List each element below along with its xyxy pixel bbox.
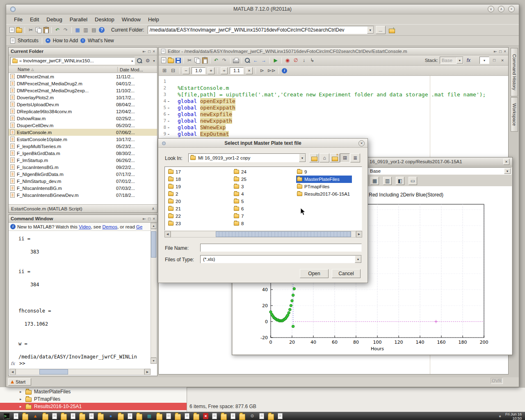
folder-icon[interactable] xyxy=(156,414,162,420)
undo-icon[interactable]: ↶ xyxy=(213,57,219,64)
undock-icon[interactable] xyxy=(148,217,151,221)
dialog-scrollbar-thumb[interactable] xyxy=(216,231,351,237)
DpertsUploadDev.m[interactable]: DpertsUploadDev.m 08/04/2... xyxy=(9,101,157,108)
search-icon[interactable] xyxy=(137,58,143,64)
save-icon[interactable] xyxy=(176,58,181,63)
dialog-titlebar[interactable]: Select input Master Plate text file xyxy=(158,139,368,148)
scroll-up-icon[interactable]: ▲ xyxy=(151,223,157,229)
paste-icon[interactable] xyxy=(202,57,208,64)
look-in-combobox[interactable]: MI 16_0919_yor1-2 copy xyxy=(188,153,306,162)
folder-item[interactable]: 24 xyxy=(233,168,249,176)
system-tray-icon[interactable]: ● xyxy=(497,413,503,419)
command-window-header[interactable]: Command Window xyxy=(9,215,157,223)
stack-caret-icon[interactable] xyxy=(457,57,463,64)
DMPexcel2mat_MediaDrug2.m[interactable]: DMPexcel2mat_MediaDrug2.m 04/01/2... xyxy=(9,80,157,87)
shortcut-whats-new[interactable]: What's New xyxy=(88,38,114,43)
redo-icon[interactable]: ↷ xyxy=(221,57,228,64)
folder-item[interactable]: 18 xyxy=(167,176,183,183)
demos-link[interactable]: Demos xyxy=(103,224,117,229)
table-view-icon[interactable]: ▦ xyxy=(370,177,379,185)
print-icon[interactable] xyxy=(233,59,239,63)
eval-cell-icon[interactable]: ⊳ xyxy=(259,67,265,74)
DReplicate96to384conv.m[interactable]: DReplicate96to384conv.m 12/04/2... xyxy=(9,108,157,115)
dock-icon[interactable] xyxy=(143,217,146,221)
menu-item[interactable]: Window xyxy=(118,15,144,24)
cut-icon[interactable]: ✂ xyxy=(27,27,34,33)
breadcrumb-prefix[interactable]: « xyxy=(19,58,22,63)
tree-row[interactable]: Results2016-10-25A1 xyxy=(0,403,187,410)
close-icon[interactable] xyxy=(358,140,365,146)
EstartConsole10plate.m[interactable]: EstartConsole10plate.m 10/17/2... xyxy=(9,136,157,143)
horizontal-scrollbar-thumb[interactable] xyxy=(39,369,68,374)
taskbar-clock[interactable]: ● Fri Jun 16 10:50 xyxy=(497,412,522,420)
document-icon[interactable] xyxy=(185,413,189,419)
insert-function-icon[interactable]: fx xyxy=(467,57,470,63)
collapse-details-icon[interactable] xyxy=(152,206,155,211)
multiply-value-button[interactable]: × xyxy=(246,67,253,74)
undo-icon[interactable]: ↶ xyxy=(54,27,61,33)
copy-icon[interactable] xyxy=(36,27,42,33)
shortcut-how-to-add[interactable]: How to Add xyxy=(53,38,78,43)
folder-item[interactable]: MasterPlateFiles xyxy=(296,176,352,183)
column-name[interactable]: Name xyxy=(9,67,30,72)
redo-icon[interactable]: ↷ xyxy=(62,27,69,33)
browse-folder-button[interactable]: ... xyxy=(376,26,386,34)
undock-icon[interactable] xyxy=(499,49,502,54)
step-in-icon[interactable]: ↳ xyxy=(309,57,315,64)
folder-item[interactable]: 6 xyxy=(233,205,249,212)
tiles-view-icon[interactable]: ⊞ xyxy=(340,153,350,162)
type-caret-icon[interactable] xyxy=(355,256,361,263)
profiler-icon[interactable]: ▤ xyxy=(91,27,97,33)
expand-arrow-icon[interactable] xyxy=(20,397,25,401)
menu-item[interactable]: Help xyxy=(144,15,163,24)
shortcuts-label[interactable]: Shortcuts xyxy=(18,38,39,43)
menu-item[interactable]: Debug xyxy=(43,15,66,24)
copy-icon[interactable] xyxy=(194,57,201,64)
matlab-titlebar[interactable]: MATLAB 7.12.0 (R2011a) ∨∧× xyxy=(6,5,519,14)
menu-item[interactable]: Parallel xyxy=(66,15,91,24)
fx-button[interactable]: fx xyxy=(11,361,15,366)
cell-value-field[interactable]: 1.0 xyxy=(192,67,205,74)
set-breakpoint-icon[interactable]: ◉ xyxy=(284,57,291,64)
document-icon[interactable] xyxy=(52,413,57,419)
file-details-bar[interactable]: EstartConsole.m (MATLAB Script) xyxy=(9,204,157,212)
close-document-icon[interactable] xyxy=(499,57,506,64)
folder-item[interactable]: 5 xyxy=(233,198,249,205)
document-icon[interactable] xyxy=(212,413,217,419)
folder-breadcrumb[interactable]: « InovImager_jwrCF_WINLinx150... ▸ xyxy=(10,57,135,65)
up-one-level-icon[interactable] xyxy=(309,153,319,162)
menu-item[interactable]: File xyxy=(10,15,26,24)
cancel-button[interactable]: Cancel xyxy=(332,269,361,278)
details-view-icon[interactable]: ≣ xyxy=(350,153,360,162)
browser-icon[interactable]: ● xyxy=(107,413,114,419)
open-icon[interactable] xyxy=(168,59,174,63)
new-folder-icon[interactable] xyxy=(330,153,340,162)
folder-list[interactable]: 17 18 19 2 xyxy=(164,167,362,231)
F_NIscanIntensBG.m[interactable]: F_NIscanIntensBG.m 07/03/2... xyxy=(9,185,157,192)
folder-icon[interactable] xyxy=(22,414,28,420)
info-icon[interactable]: i xyxy=(282,68,287,73)
up-one-level-icon[interactable] xyxy=(389,27,395,33)
folder-icon[interactable] xyxy=(61,414,67,420)
look-in-caret-icon[interactable] xyxy=(299,154,306,162)
folder-item[interactable]: Results2017-06-15A1 xyxy=(296,190,352,198)
getting-started-link[interactable]: Ge xyxy=(136,224,142,229)
tab-workspace[interactable]: Workspace xyxy=(511,97,518,132)
F_NIgenBkGrdData.m[interactable]: F_NIgenBkGrdData.m 07/17/2... xyxy=(9,171,157,178)
folder-item[interactable]: 4 xyxy=(233,190,249,198)
column-divider[interactable] xyxy=(117,67,118,72)
alert-icon[interactable]: × xyxy=(203,413,208,419)
increase-value-button[interactable]: + xyxy=(208,67,215,74)
undock-icon[interactable] xyxy=(491,57,498,64)
dark-panel-icon[interactable]: ◧ xyxy=(396,177,404,185)
tree-row[interactable]: MasterPlateFiles xyxy=(0,388,187,395)
close-icon[interactable] xyxy=(153,217,155,221)
go-back-icon[interactable]: ← xyxy=(252,57,259,64)
clear-breakpoints-icon[interactable]: ∅ xyxy=(292,57,299,64)
file-name-input[interactable] xyxy=(200,244,362,252)
folder-icon[interactable] xyxy=(118,414,124,420)
gear-icon[interactable]: ⚙ xyxy=(249,413,256,419)
folder-item[interactable]: 19 xyxy=(167,183,183,190)
DsuperCellDev.m[interactable]: DsuperCellDev.m 05/20/2... xyxy=(9,122,157,129)
folder-icon[interactable] xyxy=(221,414,227,420)
